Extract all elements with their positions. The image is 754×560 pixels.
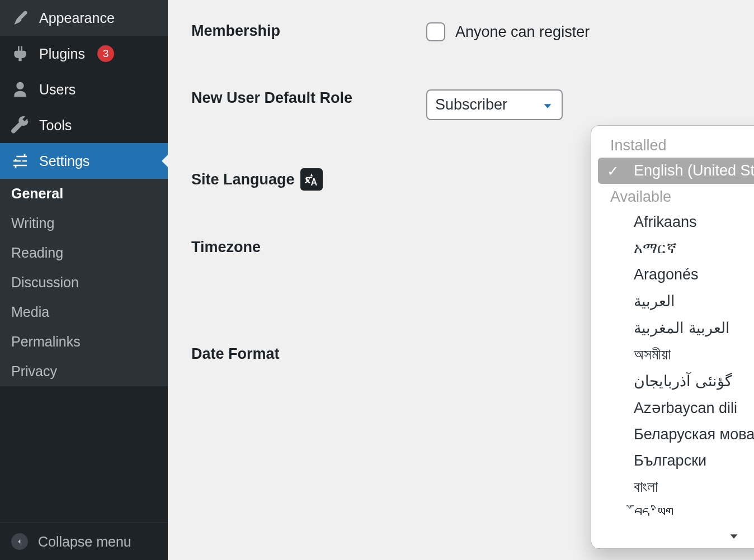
language-option[interactable]: Afrikaans [598,209,754,235]
sidebar-item-plugins[interactable]: Plugins 3 [0,36,168,72]
language-option[interactable]: Aragonés [598,262,754,288]
paintbrush-icon [11,9,29,27]
dropdown-group-installed: Installed [598,132,754,158]
dropdown-scroll-down-icon[interactable] [598,527,754,548]
sidebar-item-users[interactable]: Users [0,72,168,107]
sliders-icon [11,152,29,170]
row-membership: Membership Anyone can register [191,22,754,41]
language-option[interactable]: অসমীয়া [598,341,754,368]
sidebar-item-appearance[interactable]: Appearance [0,0,168,36]
label-site-language: Site Language [191,168,426,191]
chevron-down-icon [541,99,554,111]
sidebar-item-tools[interactable]: Tools [0,107,168,143]
settings-form: Membership Anyone can register New User … [168,0,754,560]
language-option[interactable]: Беларуская мова [598,421,754,448]
membership-checkbox-label: Anyone can register [455,23,590,41]
submenu-item-general[interactable]: General [0,179,168,208]
translate-icon [300,168,323,191]
language-option[interactable]: العربية المغربية [598,315,754,341]
new-user-role-value: Subscriber [435,96,507,113]
sidebar-label: Plugins [39,46,85,62]
submenu-item-permalinks[interactable]: Permalinks [0,327,168,357]
language-option[interactable]: አማርኛ [598,235,754,262]
collapse-label: Collapse menu [38,534,131,550]
label-timezone: Timezone [191,239,426,256]
app-root: Appearance Plugins 3 Users Tools Setti [0,0,754,560]
submenu-item-media[interactable]: Media [0,297,168,327]
admin-sidebar: Appearance Plugins 3 Users Tools Setti [0,0,168,560]
label-new-user-role: New User Default Role [191,89,426,107]
row-new-user-role: New User Default Role Subscriber [191,89,754,120]
plug-icon [11,45,29,63]
membership-checkbox[interactable] [426,22,445,41]
user-icon [11,80,29,98]
label-membership: Membership [191,22,426,40]
label-date-format: Date Format [191,345,426,363]
language-option[interactable]: বাংলা [598,474,754,500]
language-option[interactable]: བོད་ཡིག [598,500,754,527]
submenu-item-discussion[interactable]: Discussion [0,268,168,297]
sidebar-label: Appearance [39,10,115,26]
update-badge: 3 [97,45,114,62]
language-option-selected[interactable]: English (United States) [598,158,754,184]
sidebar-label: Settings [39,153,89,169]
membership-checkbox-wrap[interactable]: Anyone can register [426,22,754,41]
site-language-dropdown[interactable]: Installed English (United States) Availa… [591,125,754,549]
settings-submenu: General Writing Reading Discussion Media… [0,179,168,386]
collapse-icon [11,533,28,550]
available-list: AfrikaansአማርኛAragonésالعربيةالعربية المغ… [598,209,754,527]
language-option[interactable]: گؤنئی آذربایجان [598,368,754,395]
wrench-icon [11,116,29,134]
sidebar-label: Users [39,82,76,98]
dropdown-group-available: Available [598,184,754,209]
sidebar-label: Tools [39,117,72,134]
submenu-item-privacy[interactable]: Privacy [0,357,168,386]
language-option[interactable]: Azərbaycan dili [598,395,754,421]
language-option[interactable]: العربية [598,288,754,315]
submenu-item-reading[interactable]: Reading [0,238,168,268]
sidebar-item-settings[interactable]: Settings [0,143,168,179]
submenu-item-writing[interactable]: Writing [0,208,168,238]
new-user-role-select[interactable]: Subscriber [426,89,563,120]
language-option[interactable]: Български [598,448,754,474]
collapse-wrap: Collapse menu [0,523,168,560]
collapse-menu-button[interactable]: Collapse menu [0,523,168,560]
